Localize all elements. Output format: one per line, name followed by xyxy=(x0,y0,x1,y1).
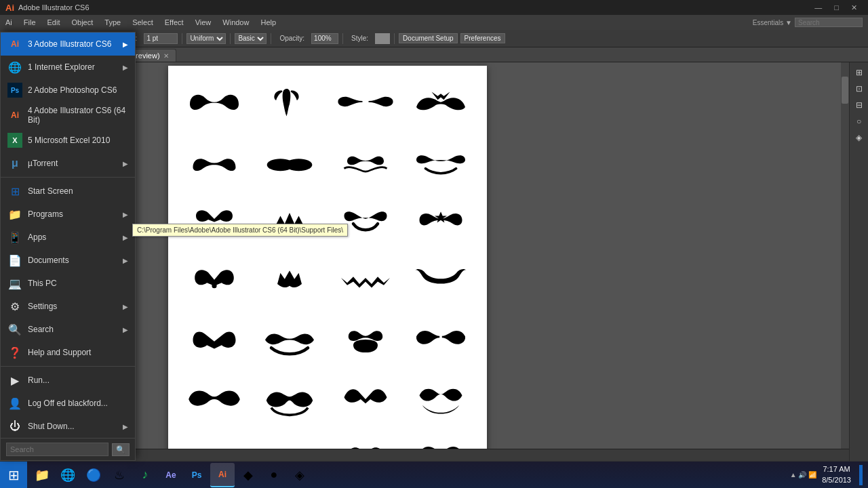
menu-select[interactable]: Select xyxy=(127,17,159,28)
sm-item-search[interactable]: 🔍 Search ▶ xyxy=(1,318,135,341)
opacity-label: Opacity: xyxy=(275,33,309,43)
menu-effect[interactable]: Effect xyxy=(159,17,189,28)
sm-item-settings[interactable]: ⚙ Settings ▶ xyxy=(1,295,135,318)
mustache-10 xyxy=(257,197,322,246)
sm-item-utorrent[interactable]: μ µTorrent ▶ xyxy=(1,152,135,175)
mustache-20 xyxy=(408,316,473,365)
sm-item-help-support[interactable]: ❓ Help and Support xyxy=(1,341,135,364)
sm-icon-documents: 📄 xyxy=(7,253,22,268)
sm-item-illustrator-cs6[interactable]: Ai 3 Adobe Illustrator CS6 ▶ xyxy=(1,33,135,56)
taskbar-app11[interactable]: ◈ xyxy=(288,463,312,487)
sm-item-log-off[interactable]: 👤 Log Off ed blackford... xyxy=(1,392,135,415)
sm-item-shut-down[interactable]: ⏻ Shut Down... ▶ xyxy=(1,415,135,438)
sm-item-apps[interactable]: 📱 Apps ▶ xyxy=(1,226,135,249)
vertical-scrollbar[interactable] xyxy=(841,62,849,449)
mustache-1 xyxy=(182,79,247,128)
sm-search-button[interactable]: 🔍 xyxy=(112,443,130,456)
pathfinder-icon[interactable]: ⊟ xyxy=(852,98,867,113)
sm-label-help: Help and Support xyxy=(28,348,91,357)
ae-icon: Ae xyxy=(165,470,176,480)
sm-label-settings: Settings xyxy=(28,302,57,311)
sm-icon-search: 🔍 xyxy=(7,322,22,337)
tab-close-icon[interactable]: ✕ xyxy=(163,52,169,60)
taskbar-ie[interactable]: 🌐 xyxy=(56,463,80,487)
maximize-button[interactable]: □ xyxy=(829,3,844,12)
toolbar-sep-5 xyxy=(230,33,231,44)
sm-item-internet-explorer[interactable]: 🌐 1 Internet Explorer ▶ xyxy=(1,56,135,79)
taskbar-icons: 📁 🌐 🔵 ♨ ♪ Ae Ps Ai ◆ ● ◈ xyxy=(27,463,315,487)
minimize-button[interactable]: — xyxy=(809,3,827,12)
show-desktop-button[interactable] xyxy=(859,465,863,485)
preferences-button[interactable]: Preferences xyxy=(460,33,505,43)
sm-item-photoshop[interactable]: Ps 2 Adobe Photoshop CS6 xyxy=(1,79,135,102)
document-setup-button[interactable]: Document Setup xyxy=(399,33,458,43)
sm-icon-utorrent: μ xyxy=(7,156,22,171)
menu-window[interactable]: Window xyxy=(217,17,254,28)
sm-item-programs[interactable]: 📁 Programs ▶ xyxy=(1,203,135,226)
taskbar-photoshop[interactable]: Ps xyxy=(184,463,209,487)
sm-item-start-screen[interactable]: ⊞ Start Screen xyxy=(1,180,135,203)
search-input[interactable] xyxy=(795,18,863,27)
mustache-15 xyxy=(333,256,398,305)
taskbar: ⊞ 📁 🌐 🔵 ♨ ♪ Ae Ps Ai ◆ ● xyxy=(0,461,868,488)
menu-type[interactable]: Type xyxy=(99,17,126,28)
sm-icon-help: ❓ xyxy=(7,345,22,360)
sm-icon-excel: X xyxy=(7,133,22,148)
taskbar-illustrator[interactable]: Ai xyxy=(210,463,235,487)
style-swatch[interactable] xyxy=(375,33,390,44)
sm-icon-settings: ⚙ xyxy=(7,299,22,314)
sm-search-input[interactable] xyxy=(6,443,108,456)
taskbar-app10[interactable]: ● xyxy=(262,463,286,487)
sm-label-this-pc: This PC xyxy=(28,279,57,288)
file-explorer-icon: 📁 xyxy=(35,468,50,483)
brush-select[interactable]: Basic xyxy=(235,33,267,44)
mustache-26 xyxy=(257,434,322,449)
mustache-3 xyxy=(333,79,398,128)
sm-label-programs: Programs xyxy=(28,209,63,219)
chrome-icon: 🔵 xyxy=(86,468,101,483)
stroke-value-input[interactable] xyxy=(144,33,178,44)
scrollbar-thumb[interactable] xyxy=(842,77,848,104)
menu-object[interactable]: Object xyxy=(66,17,98,28)
align-panel-icon[interactable]: ⊡ xyxy=(852,81,867,96)
start-button[interactable]: ⊞ xyxy=(0,462,27,489)
sm-arrow-apps: ▶ xyxy=(123,234,128,241)
sm-item-illustrator-64[interactable]: Ai 4 Adobe Illustrator CS6 (64 Bit) xyxy=(1,102,135,129)
menu-bar: Ai File Edit Object Type Select Effect V… xyxy=(0,15,868,30)
excel-tooltip: C:\Program Files\Adobe\Adobe Illustrator… xyxy=(132,224,348,237)
taskbar-chrome[interactable]: 🔵 xyxy=(81,463,106,487)
mustache-5 xyxy=(182,138,247,187)
taskbar-app9[interactable]: ◆ xyxy=(236,463,260,487)
appearance-panel-icon[interactable]: ◈ xyxy=(852,130,867,145)
toolbar-sep-6 xyxy=(271,33,271,44)
sm-item-run[interactable]: ▶ Run... xyxy=(1,369,135,392)
taskbar-after-effects[interactable]: Ae xyxy=(159,463,183,487)
sm-icon-ie: 🌐 xyxy=(7,60,22,75)
menu-help[interactable]: Help xyxy=(255,17,281,28)
stroke-type-select[interactable]: Uniform xyxy=(186,33,226,44)
sm-arrow-shut-down: ▶ xyxy=(123,423,128,430)
taskbar-steam[interactable]: ♨ xyxy=(107,463,132,487)
sm-item-this-pc[interactable]: 💻 This PC xyxy=(1,272,135,295)
taskbar-spotify[interactable]: ♪ xyxy=(133,463,157,487)
start-menu: Ai 3 Adobe Illustrator CS6 ▶ 🌐 1 Interne… xyxy=(0,32,136,461)
transform-panel-icon[interactable]: ⊞ xyxy=(852,65,867,80)
menu-edit[interactable]: Edit xyxy=(42,17,66,28)
mustache-11 xyxy=(333,197,398,246)
sm-item-excel[interactable]: X 5 Microsoft Excel 2010 xyxy=(1,129,135,152)
menu-file[interactable]: File xyxy=(18,17,41,28)
menu-ai[interactable]: Ai xyxy=(0,17,18,28)
sm-item-documents[interactable]: 📄 Documents ▶ xyxy=(1,249,135,272)
ie-icon: 🌐 xyxy=(60,468,75,483)
sm-search-bar: 🔍 xyxy=(1,438,135,460)
sm-label-log-off: Log Off ed blackford... xyxy=(28,399,108,408)
sm-label-ie: 1 Internet Explorer xyxy=(28,62,95,72)
taskbar-file-explorer[interactable]: 📁 xyxy=(30,463,54,487)
menu-view[interactable]: View xyxy=(190,17,217,28)
close-button[interactable]: ✕ xyxy=(846,3,863,12)
sm-arrow-illustrator: ▶ xyxy=(123,41,128,48)
excel-tooltip-text: C:\Program Files\Adobe\Adobe Illustrator… xyxy=(137,226,343,234)
sm-label-utorrent: µTorrent xyxy=(28,159,58,168)
opacity-input[interactable] xyxy=(311,33,338,44)
stroke-panel-icon[interactable]: ○ xyxy=(852,114,867,129)
